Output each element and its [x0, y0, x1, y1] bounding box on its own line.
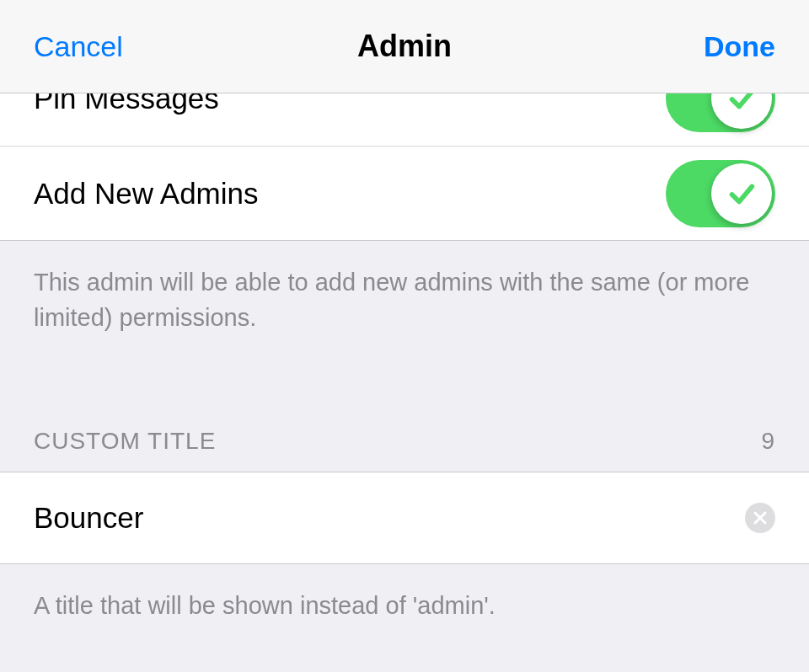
partial-top-clip: Pin Messages: [0, 93, 809, 146]
row-label-pin-messages: Pin Messages: [34, 93, 219, 115]
toggle-add-new-admins[interactable]: [666, 160, 775, 227]
navbar: Cancel Admin Done: [0, 0, 809, 93]
footer-custom-title: A title that will be shown instead of 'a…: [0, 564, 809, 623]
row-label-add-new-admins: Add New Admins: [34, 177, 259, 211]
custom-title-input[interactable]: [34, 501, 728, 535]
clear-button[interactable]: [745, 503, 775, 533]
check-icon: [726, 178, 758, 210]
cancel-button[interactable]: Cancel: [34, 0, 123, 93]
footer-add-new-admins: This admin will be able to add new admin…: [0, 241, 809, 335]
check-icon: [726, 93, 758, 115]
page-title: Admin: [357, 29, 452, 64]
content-area: Pin Messages Add New Admins This admin w…: [0, 93, 809, 672]
section-header-custom-title: CUSTOM TITLE 9: [0, 428, 809, 472]
custom-title-remaining: 9: [761, 428, 775, 455]
toggle-thumb: [711, 163, 772, 224]
row-add-new-admins[interactable]: Add New Admins: [0, 146, 809, 241]
done-button[interactable]: Done: [704, 0, 775, 93]
toggle-pin-messages[interactable]: [666, 93, 775, 132]
close-icon: [753, 510, 768, 525]
toggle-thumb: [711, 93, 772, 129]
custom-title-row[interactable]: [0, 472, 809, 564]
row-pin-messages[interactable]: Pin Messages: [0, 93, 809, 146]
section-header-label: CUSTOM TITLE: [34, 428, 216, 455]
